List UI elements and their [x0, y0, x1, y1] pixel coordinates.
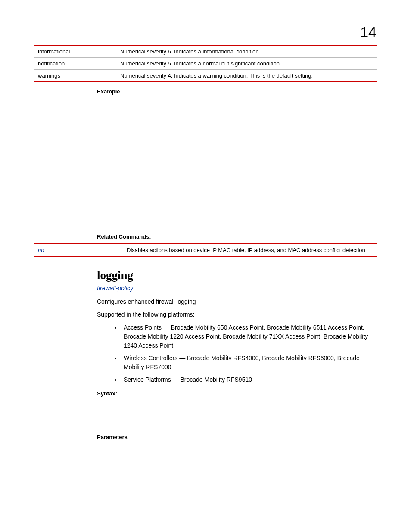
severity-desc: Numerical severity 6. Indicates a inform…	[117, 45, 377, 58]
list-item: Service Platforms — Brocade Mobility RFS…	[121, 375, 377, 384]
logging-section: logging firewall-policy Configures enhan…	[97, 269, 377, 440]
related-command-desc: Disables actions based on device IP MAC …	[123, 244, 377, 256]
example-section: Example	[97, 88, 377, 95]
severity-name: informational	[34, 45, 117, 58]
spacer	[97, 400, 377, 428]
related-commands-table: no Disables actions based on device IP M…	[34, 243, 377, 257]
list-item: Access Points — Brocade Mobility 650 Acc…	[121, 323, 377, 350]
syntax-label: Syntax:	[97, 390, 377, 397]
severity-desc: Numerical severity 5. Indicates a normal…	[117, 58, 377, 70]
spacer	[34, 98, 377, 227]
section-heading: logging	[97, 269, 377, 282]
related-commands-section: Related Commands:	[97, 233, 377, 240]
related-commands-label: Related Commands:	[97, 233, 377, 240]
table-row: notification Numerical severity 5. Indic…	[34, 58, 377, 70]
severity-name: notification	[34, 58, 117, 70]
example-label: Example	[97, 88, 377, 95]
policy-link: firewall-policy	[97, 285, 377, 292]
table-row: no Disables actions based on device IP M…	[34, 244, 377, 256]
severity-name: warnings	[34, 70, 117, 82]
severity-desc: Numerical severity 4. Indicates a warnin…	[117, 70, 377, 82]
table-row: informational Numerical severity 6. Indi…	[34, 45, 377, 58]
section-intro: Configures enhanced firewall logging	[97, 298, 377, 306]
platforms-list: Access Points — Brocade Mobility 650 Acc…	[97, 323, 377, 384]
page: 14 informational Numerical severity 6. I…	[0, 0, 411, 532]
parameters-label: Parameters	[97, 434, 377, 440]
chapter-number: 14	[34, 24, 377, 40]
list-item: Wireless Controllers — Brocade Mobility …	[121, 354, 377, 372]
table-row: warnings Numerical severity 4. Indicates…	[34, 70, 377, 82]
severity-table: informational Numerical severity 6. Indi…	[34, 45, 377, 82]
related-command-name: no	[34, 244, 123, 256]
supported-label: Supported in the following platforms:	[97, 311, 377, 319]
